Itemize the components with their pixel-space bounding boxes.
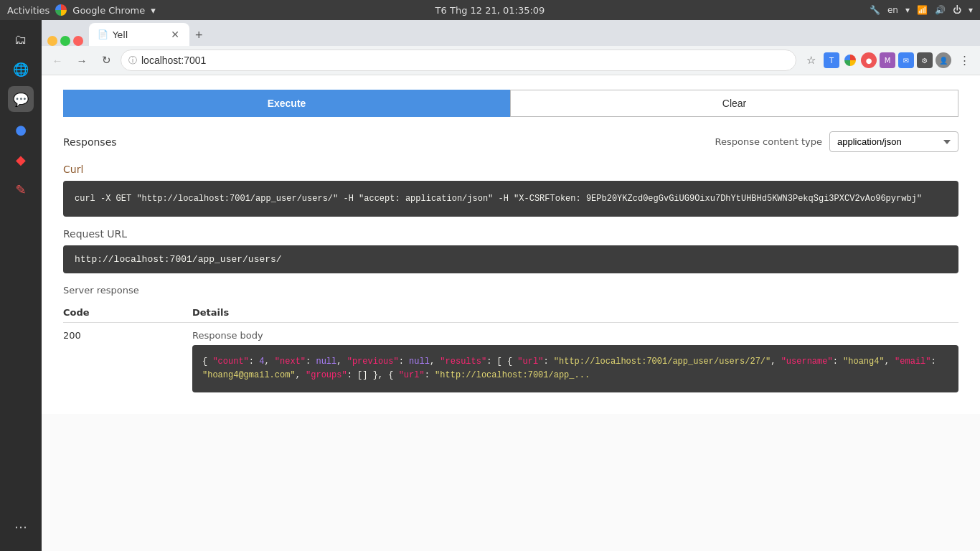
activities-label[interactable]: Activities [7, 5, 50, 16]
lang-dropdown-icon: ▾ [905, 5, 910, 15]
os-topbar: Activities Google Chrome ▾ T6 Thg 12 21,… [0, 0, 980, 20]
dropdown-arrow-icon: ▾ [151, 5, 156, 16]
power-icon: ⏻ [953, 5, 961, 15]
os-topbar-right: 🔧 en ▾ 📶 🔊 ⏻ ▾ [870, 5, 973, 15]
power-dropdown-icon: ▾ [969, 5, 973, 15]
chrome-os-icon [55, 4, 67, 16]
os-datetime: T6 Thg 12 21, 01:35:09 [435, 5, 545, 16]
lang-label: en [887, 5, 898, 15]
os-topbar-left: Activities Google Chrome ▾ [7, 4, 156, 16]
tools-icon: 🔧 [870, 5, 880, 15]
sound-icon: 🔊 [935, 5, 946, 15]
browser-name-label: Google Chrome [72, 5, 145, 16]
wifi-icon: 📶 [917, 5, 928, 15]
